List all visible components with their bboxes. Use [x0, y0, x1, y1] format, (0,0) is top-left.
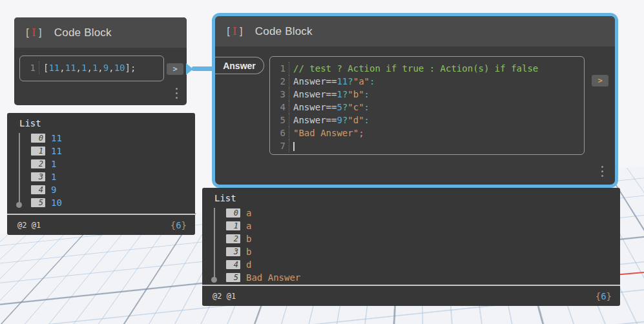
- line-number: 7: [274, 139, 289, 152]
- text-cursor: [293, 142, 295, 151]
- kebab-menu-icon[interactable]: [176, 85, 178, 101]
- item-value: 11: [51, 133, 62, 143]
- list-item: 3b: [202, 245, 620, 258]
- code-block-icon: [I]: [25, 27, 43, 39]
- item-value: 10: [51, 197, 62, 208]
- item-value: 11: [51, 146, 62, 156]
- list-item: 1a: [202, 219, 620, 232]
- list-item: 5Bad Answer: [202, 271, 620, 284]
- index-badge: 3: [31, 172, 45, 181]
- index-badge: 5: [31, 198, 45, 207]
- line-number: 1: [24, 61, 39, 74]
- code-line: 3Answer==1?"b":: [274, 88, 580, 101]
- code-editor[interactable]: 1[11,11,1,1,9,10];: [19, 56, 164, 81]
- output-port-button[interactable]: >: [592, 75, 608, 86]
- path-badges: @2 @1: [17, 221, 41, 230]
- item-value: 9: [51, 185, 56, 195]
- index-badge: 4: [226, 260, 240, 269]
- code-line: 6"Bad Answer";: [274, 127, 580, 139]
- item-value: 1: [51, 172, 56, 182]
- line-number: 3: [274, 88, 289, 101]
- kebab-menu-icon[interactable]: [601, 163, 603, 179]
- list-item: 510: [7, 196, 195, 209]
- list-panel-numbers[interactable]: List 011111213149510 @2 @1 {6}: [7, 113, 195, 235]
- index-badge: 3: [226, 247, 240, 256]
- item-count-badge: {6}: [596, 291, 612, 301]
- code-line: 2Answer==11?"a":: [274, 75, 580, 88]
- code-editor[interactable]: 1// test ? Action if true : Action(s) if…: [269, 56, 585, 155]
- index-badge: 4: [31, 185, 45, 194]
- item-value: Bad Answer: [246, 272, 300, 283]
- list-item: 2b: [202, 232, 620, 245]
- output-port-button[interactable]: >: [167, 63, 183, 75]
- code-line: 7: [274, 139, 580, 152]
- index-badge: 5: [226, 273, 240, 282]
- line-number: 5: [274, 114, 289, 127]
- line-number: 1: [274, 62, 289, 75]
- list-item: 0a: [202, 207, 620, 219]
- node-header[interactable]: [I] Code Block: [215, 16, 615, 46]
- item-value: a: [246, 208, 251, 218]
- index-badge: 0: [31, 134, 45, 143]
- list-item: 011: [7, 132, 195, 145]
- item-value: b: [246, 234, 251, 244]
- index-badge: 0: [226, 208, 240, 218]
- list-item: 4d: [202, 258, 620, 271]
- line-number: 6: [274, 127, 289, 139]
- item-value: d: [246, 259, 251, 270]
- item-value: b: [246, 247, 251, 257]
- list-footer: @2 @1 {6}: [202, 285, 620, 306]
- line-number: 2: [274, 75, 289, 88]
- code-line: 4Answer==5?"c":: [274, 101, 580, 114]
- list-title: List: [19, 118, 41, 128]
- item-value: 1: [51, 159, 56, 169]
- index-badge: 2: [226, 234, 240, 243]
- code-block-node-selected[interactable]: [I] Code Block Answer 1// test ? Action …: [212, 13, 618, 188]
- code-line: 1// test ? Action if true : Action(s) if…: [274, 62, 580, 75]
- item-value: a: [246, 221, 251, 231]
- list-item: 49: [7, 183, 195, 196]
- code-line: 5Answer==9?"d":: [274, 114, 580, 127]
- code-line: 1[11,11,1,1,9,10];: [24, 61, 160, 74]
- index-badge: 2: [31, 159, 45, 168]
- node-title: Code Block: [54, 26, 112, 39]
- list-title: List: [214, 193, 236, 203]
- line-number: 4: [274, 101, 289, 114]
- node-header[interactable]: [I] Code Block: [14, 17, 187, 48]
- list-panel-strings[interactable]: List 0a1a2b3b4d5Bad Answer @2 @1 {6}: [202, 188, 620, 306]
- list-footer: @2 @1 {6}: [7, 214, 195, 235]
- code-block-node-source[interactable]: [I] Code Block 1[11,11,1,1,9,10]; >: [14, 17, 187, 105]
- list-item: 21: [7, 157, 195, 170]
- item-count-badge: {6}: [171, 220, 187, 230]
- code-block-icon: [I]: [225, 26, 244, 37]
- list-item: 111: [7, 145, 195, 157]
- list-item: 31: [7, 170, 195, 183]
- wire-line: [192, 66, 214, 71]
- input-port-answer[interactable]: Answer: [215, 57, 264, 74]
- path-badges: @2 @1: [213, 292, 236, 301]
- node-title: Code Block: [255, 25, 313, 38]
- index-badge: 1: [31, 147, 45, 156]
- index-badge: 1: [226, 221, 240, 230]
